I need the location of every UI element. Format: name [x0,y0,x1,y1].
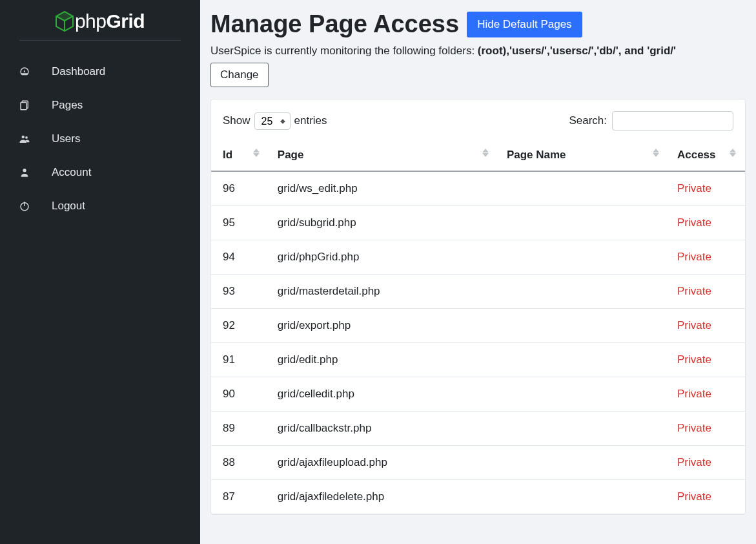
cube-icon [56,11,74,32]
account-icon [18,167,31,178]
access-badge: Private [677,251,711,263]
cell-pagename [498,377,668,412]
cell-page: grid/edit.php [269,343,498,377]
svg-marker-15 [653,153,659,157]
page-head: Manage Page Access Hide Default Pages [210,10,746,38]
cell-access: Private [668,343,745,377]
cell-page: grid/celledit.php [269,377,498,412]
cell-page: grid/ajaxfiledelete.php [269,480,498,514]
table-row[interactable]: 96 grid/ws_edit.php Private [211,171,745,206]
hide-default-pages-button[interactable]: Hide Default Pages [467,12,582,37]
monitor-folders: (root),'users/','usersc/','db/', and 'gr… [478,45,676,57]
sidebar-item-label: Users [52,132,80,145]
table-row[interactable]: 92 grid/export.php Private [211,309,745,343]
search-control: Search: [569,111,733,131]
nav: Dashboard Pages Users Account Logout [0,55,200,223]
sort-icon [730,149,736,157]
sidebar-item-label: Account [52,166,91,179]
pages-icon [18,99,31,111]
table-row[interactable]: 88 grid/ajaxfileupload.php Private [211,446,745,480]
svg-point-7 [23,169,26,172]
main: Manage Page Access Hide Default Pages Us… [200,0,756,544]
sidebar-item-pages[interactable]: Pages [0,89,200,122]
access-badge: Private [677,285,711,297]
cell-access: Private [668,206,745,240]
sidebar-item-label: Pages [52,99,83,112]
sort-icon [653,149,659,157]
cell-id: 94 [211,240,269,275]
sort-icon [253,149,260,157]
cell-access: Private [668,377,745,412]
svg-marker-13 [482,153,489,157]
col-header-page[interactable]: Page [269,140,498,171]
logo: phpGrid [0,0,200,50]
cell-id: 87 [211,480,269,514]
cell-pagename [498,343,668,377]
table-row[interactable]: 91 grid/edit.php Private [211,343,745,377]
logo-text: phpGrid [75,10,145,32]
search-label: Search: [569,114,607,127]
svg-marker-14 [653,149,659,152]
cell-access: Private [668,171,745,206]
show-label: Show [223,114,250,127]
length-control: Show 25 entries [223,112,327,130]
access-badge: Private [677,388,711,400]
col-header-access[interactable]: Access [668,140,745,171]
cell-id: 95 [211,206,269,240]
cell-id: 91 [211,343,269,377]
entries-label: entries [294,114,327,127]
cell-access: Private [668,480,745,514]
pages-table: Id Page Page Name [211,140,745,514]
cell-id: 93 [211,275,269,309]
cell-access: Private [668,275,745,309]
monitor-prefix: UserSpice is currently monitoring the fo… [210,45,478,57]
sidebar-item-account[interactable]: Account [0,156,200,189]
svg-point-5 [22,136,25,139]
cell-access: Private [668,412,745,446]
col-header-id[interactable]: Id [211,140,269,171]
cell-pagename [498,240,668,275]
cell-pagename [498,446,668,480]
sidebar-item-label: Logout [52,200,85,213]
sidebar-item-logout[interactable]: Logout [0,189,200,223]
entries-select[interactable]: 25 [254,112,291,130]
monitor-text: UserSpice is currently monitoring the fo… [210,45,746,58]
col-header-pagename[interactable]: Page Name [498,140,668,171]
sort-icon [482,149,489,157]
sidebar-item-users[interactable]: Users [0,122,200,156]
svg-rect-4 [21,103,26,110]
page-title: Manage Page Access [210,10,459,38]
change-button[interactable]: Change [210,63,269,87]
table-row[interactable]: 90 grid/celledit.php Private [211,377,745,412]
access-badge: Private [677,353,711,366]
cell-page: grid/ajaxfileupload.php [269,446,498,480]
cell-pagename [498,309,668,343]
svg-marker-11 [253,153,260,157]
access-badge: Private [677,216,711,229]
table-row[interactable]: 94 grid/phpGrid.php Private [211,240,745,275]
table-header-row: Id Page Page Name [211,140,745,171]
search-input[interactable] [612,111,733,131]
svg-point-6 [25,136,28,139]
table-row[interactable]: 95 grid/subgrid.php Private [211,206,745,240]
cell-id: 96 [211,171,269,206]
sidebar-item-dashboard[interactable]: Dashboard [0,55,200,89]
table-row[interactable]: 89 grid/callbackstr.php Private [211,412,745,446]
sidebar: phpGrid Dashboard Pages Users Acc [0,0,200,544]
cell-pagename [498,171,668,206]
cell-pagename [498,412,668,446]
cell-id: 92 [211,309,269,343]
data-card: Show 25 entries Search: Id [210,99,746,515]
table-row[interactable]: 93 grid/masterdetail.php Private [211,275,745,309]
cell-page: grid/masterdetail.php [269,275,498,309]
cell-page: grid/subgrid.php [269,206,498,240]
access-badge: Private [677,422,711,434]
cell-pagename [498,480,668,514]
cell-id: 89 [211,412,269,446]
svg-marker-17 [730,153,736,157]
cell-id: 90 [211,377,269,412]
table-row[interactable]: 87 grid/ajaxfiledelete.php Private [211,480,745,514]
svg-marker-16 [730,149,736,152]
cell-access: Private [668,446,745,480]
cell-pagename [498,206,668,240]
